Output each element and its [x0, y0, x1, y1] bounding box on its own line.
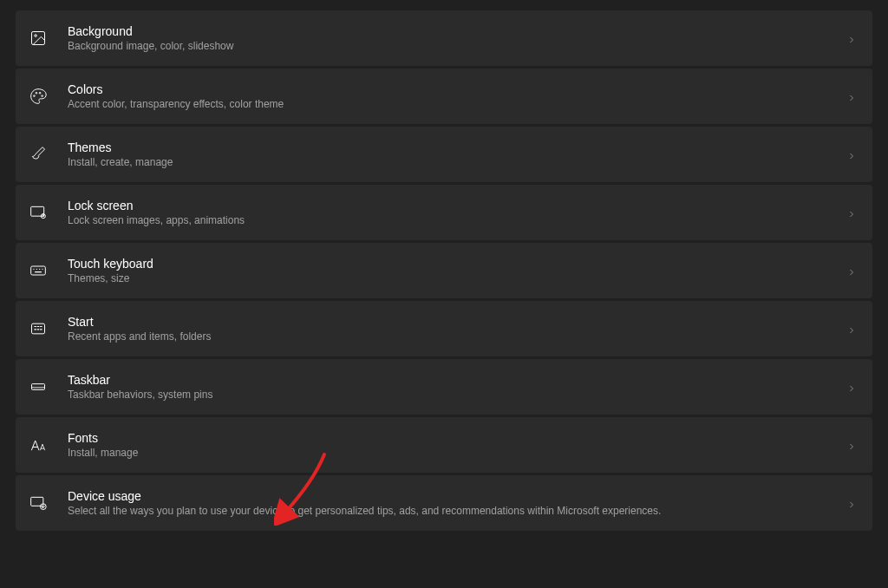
taskbar-icon: [28, 376, 49, 397]
personalization-settings-list: Background Background image, color, slid…: [16, 10, 872, 531]
brush-icon: [28, 144, 49, 165]
setting-desc: Install, create, manage: [68, 156, 846, 170]
setting-title: Device usage: [68, 488, 846, 504]
svg-point-3: [36, 92, 37, 94]
svg-point-2: [34, 95, 36, 97]
setting-row-start[interactable]: Start Recent apps and items, folders: [16, 301, 872, 356]
setting-title: Touch keyboard: [68, 256, 846, 271]
svg-point-4: [39, 92, 41, 94]
setting-text: Start Recent apps and items, folders: [68, 314, 846, 344]
chevron-right-icon: [846, 382, 857, 392]
chevron-right-icon: [846, 265, 857, 276]
setting-row-lockscreen[interactable]: Lock screen Lock screen images, apps, an…: [16, 185, 872, 240]
svg-rect-11: [32, 384, 45, 390]
setting-desc: Themes, size: [68, 272, 846, 286]
setting-row-touchkeyboard[interactable]: Touch keyboard Themes, size: [16, 243, 872, 298]
svg-point-5: [42, 95, 43, 97]
setting-row-fonts[interactable]: Fonts Install, manage: [16, 417, 872, 473]
chevron-right-icon: [846, 91, 857, 101]
setting-text: Themes Install, create, manage: [68, 140, 846, 170]
setting-title: Lock screen: [68, 198, 846, 213]
keyboard-icon: [28, 260, 49, 281]
svg-rect-10: [32, 323, 45, 334]
setting-row-deviceusage[interactable]: Device usage Select all the ways you pla…: [16, 475, 872, 531]
image-icon: [28, 28, 49, 49]
setting-desc: Select all the ways you plan to use your…: [68, 505, 846, 519]
font-icon: [28, 434, 49, 455]
setting-text: Fonts Install, manage: [68, 430, 846, 461]
setting-text: Lock screen Lock screen images, apps, an…: [68, 198, 846, 228]
lock-screen-icon: [28, 202, 49, 223]
setting-text: Taskbar Taskbar behaviors, system pins: [68, 372, 846, 402]
setting-title: Themes: [68, 140, 846, 155]
setting-desc: Accent color, transparency effects, colo…: [68, 98, 846, 112]
setting-title: Start: [68, 314, 846, 330]
chevron-right-icon: [846, 323, 857, 334]
setting-title: Fonts: [68, 430, 846, 446]
setting-text: Device usage Select all the ways you pla…: [68, 488, 846, 519]
svg-rect-8: [42, 215, 44, 217]
chevron-right-icon: [846, 207, 857, 218]
setting-row-colors[interactable]: Colors Accent color, transparency effect…: [16, 69, 872, 124]
setting-title: Taskbar: [68, 372, 846, 388]
setting-desc: Taskbar behaviors, system pins: [68, 389, 846, 402]
setting-row-taskbar[interactable]: Taskbar Taskbar behaviors, system pins: [16, 359, 872, 415]
setting-desc: Install, manage: [68, 447, 846, 461]
setting-row-background[interactable]: Background Background image, color, slid…: [16, 10, 872, 66]
setting-desc: Recent apps and items, folders: [68, 330, 846, 344]
setting-text: Background Background image, color, slid…: [68, 23, 846, 54]
setting-title: Colors: [68, 82, 846, 97]
chevron-right-icon: [846, 440, 857, 450]
setting-title: Background: [68, 23, 846, 39]
chevron-right-icon: [846, 149, 857, 160]
start-grid-icon: [28, 318, 49, 339]
setting-text: Touch keyboard Themes, size: [68, 256, 846, 286]
setting-desc: Lock screen images, apps, animations: [68, 214, 846, 228]
chevron-right-icon: [846, 498, 857, 508]
chevron-right-icon: [846, 33, 857, 43]
svg-point-1: [35, 35, 37, 37]
device-usage-icon: [28, 493, 49, 513]
setting-desc: Background image, color, slideshow: [68, 40, 846, 54]
svg-rect-9: [31, 266, 46, 275]
setting-text: Colors Accent color, transparency effect…: [68, 82, 846, 112]
palette-icon: [28, 86, 49, 107]
setting-row-themes[interactable]: Themes Install, create, manage: [16, 127, 872, 182]
